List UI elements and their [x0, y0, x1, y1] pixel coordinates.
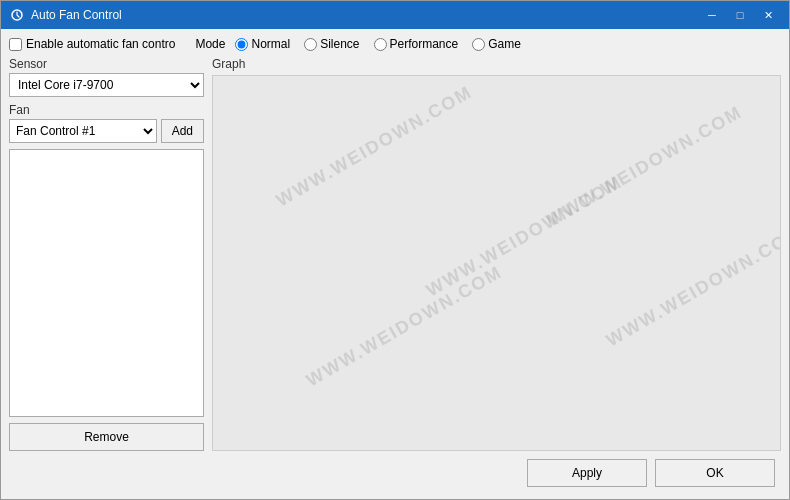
- fan-row: Fan Control #1 Add: [9, 119, 204, 143]
- mode-normal-option[interactable]: Normal: [235, 37, 290, 51]
- enable-checkbox-label[interactable]: Enable automatic fan contro: [9, 37, 175, 51]
- watermark-5: WWW.WEIDOWN.COM: [603, 222, 781, 352]
- right-panel: Graph WWW.WEIDOWN.COM WWW.WEIDOWN.COM WW…: [212, 57, 781, 451]
- graph-label: Graph: [212, 57, 781, 71]
- fan-select[interactable]: Fan Control #1: [9, 119, 157, 143]
- add-button[interactable]: Add: [161, 119, 204, 143]
- enable-checkbox[interactable]: [9, 38, 22, 51]
- mode-game-option[interactable]: Game: [472, 37, 521, 51]
- mode-silence-label: Silence: [320, 37, 359, 51]
- mode-performance-radio[interactable]: [374, 38, 387, 51]
- mode-game-radio[interactable]: [472, 38, 485, 51]
- sensor-section: Sensor Intel Core i7-9700: [9, 57, 204, 97]
- top-row: Enable automatic fan contro Mode Normal …: [9, 37, 781, 51]
- sensor-select[interactable]: Intel Core i7-9700: [9, 73, 204, 97]
- close-button[interactable]: ✕: [755, 5, 781, 25]
- bottom-bar: Apply OK: [9, 451, 781, 491]
- fan-section: Fan Fan Control #1 Add: [9, 103, 204, 143]
- mode-silence-option[interactable]: Silence: [304, 37, 359, 51]
- mode-group: Mode Normal Silence Performance Game: [195, 37, 530, 51]
- window-controls: ─ □ ✕: [699, 5, 781, 25]
- mode-game-label: Game: [488, 37, 521, 51]
- mode-performance-label: Performance: [390, 37, 459, 51]
- apply-button[interactable]: Apply: [527, 459, 647, 487]
- window-title: Auto Fan Control: [31, 8, 699, 22]
- minimize-button[interactable]: ─: [699, 5, 725, 25]
- fan-label: Fan: [9, 103, 204, 117]
- watermark-1: WWW.WEIDOWN.COM: [273, 82, 477, 212]
- enable-checkbox-text: Enable automatic fan contro: [26, 37, 175, 51]
- mode-silence-radio[interactable]: [304, 38, 317, 51]
- window-content: Enable automatic fan contro Mode Normal …: [1, 29, 789, 499]
- maximize-button[interactable]: □: [727, 5, 753, 25]
- watermark-2: WWW.WEIDOWN.COM: [423, 172, 627, 302]
- mode-normal-label: Normal: [251, 37, 290, 51]
- ok-button[interactable]: OK: [655, 459, 775, 487]
- remove-button[interactable]: Remove: [9, 423, 204, 451]
- main-area: Sensor Intel Core i7-9700 Fan Fan Contro…: [9, 57, 781, 451]
- title-bar: Auto Fan Control ─ □ ✕: [1, 1, 789, 29]
- main-window: Auto Fan Control ─ □ ✕ Enable automatic …: [0, 0, 790, 500]
- fan-list[interactable]: [9, 149, 204, 417]
- left-panel: Sensor Intel Core i7-9700 Fan Fan Contro…: [9, 57, 204, 451]
- watermark-3: WWW.WEIDOWN.COM: [303, 262, 507, 392]
- mode-label: Mode: [195, 37, 225, 51]
- graph-area: WWW.WEIDOWN.COM WWW.WEIDOWN.COM WWW.WEID…: [212, 75, 781, 451]
- mode-performance-option[interactable]: Performance: [374, 37, 459, 51]
- sensor-label: Sensor: [9, 57, 204, 71]
- watermark-4: WWW.WEIDOWN.COM: [543, 102, 747, 232]
- app-icon: [9, 7, 25, 23]
- mode-normal-radio[interactable]: [235, 38, 248, 51]
